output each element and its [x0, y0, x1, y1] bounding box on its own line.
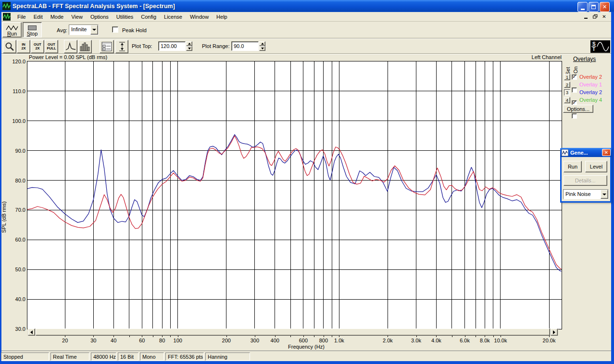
menu-bar: File Edit Mode View Options Utilities Co…: [1, 12, 611, 21]
generator-window-title: Gene...: [570, 150, 588, 156]
overlays-panel: Overlays Set On 1 Overlay 2 2 Overlay 1 …: [563, 55, 611, 115]
x-tick-label: 30: [79, 338, 108, 343]
chevron-down-icon: [602, 194, 606, 195]
spin-down-icon: [188, 48, 191, 49]
generator-level-label: Level: [590, 164, 602, 170]
bar-spectrum-button[interactable]: [78, 40, 92, 53]
scroll-right-button[interactable]: [551, 328, 558, 336]
options-dialog-icon: [101, 42, 112, 51]
overlay-label-2: Overlay 1: [579, 82, 602, 87]
zoom-in-2x-button[interactable]: IN 2X: [17, 40, 30, 53]
generator-window: Gene... ✕ Run Level Details... Pink Nois…: [560, 148, 612, 203]
maximize-icon: [591, 5, 596, 9]
child-minimize-button[interactable]: [582, 13, 590, 20]
overlay-set-button-4[interactable]: 4: [564, 97, 570, 103]
plot-top-input[interactable]: 120.00: [158, 41, 186, 51]
generator-run-button[interactable]: Run: [564, 161, 582, 172]
x-tick-label: 400: [261, 338, 289, 343]
menu-view[interactable]: View: [67, 13, 87, 21]
stop-button[interactable]: Stop: [23, 22, 42, 37]
display-options-button[interactable]: [100, 40, 114, 53]
x-tick-label: 300: [240, 338, 269, 343]
generator-level-button[interactable]: Level: [585, 161, 607, 172]
avg-value: Infinite: [69, 25, 90, 35]
generator-signal-select[interactable]: Pink Noise: [563, 189, 609, 199]
overlay-set-button-3[interactable]: 3: [564, 89, 570, 96]
child-restore-button[interactable]: [591, 13, 599, 20]
run-button-label: Run: [7, 31, 17, 36]
menu-license[interactable]: License: [160, 13, 186, 21]
y-tick-label: 100.0: [3, 118, 25, 124]
x-axis-title: Frequency (Hz): [258, 344, 354, 350]
menu-mode[interactable]: Mode: [47, 13, 68, 21]
menu-window[interactable]: Window: [186, 13, 213, 21]
generator-signal-value: Pink Noise: [564, 190, 601, 199]
child-close-button[interactable]: ✕: [600, 13, 608, 20]
window-border-bottom: [0, 361, 614, 364]
power-level-readout: Power Level = 0.00 SPL (dB rms): [29, 54, 107, 60]
avg-dropdown-button[interactable]: [90, 25, 98, 35]
window-border-left: [0, 12, 1, 364]
waveform-icon: [5, 24, 19, 31]
plot-range-spinner[interactable]: [259, 41, 265, 51]
signal-generator-shortcut[interactable]: S T: [590, 40, 610, 53]
overlays-set-label: Set: [565, 61, 571, 75]
overlay-on-checkbox-2[interactable]: [572, 87, 577, 93]
generator-title-bar[interactable]: Gene... ✕: [560, 148, 612, 157]
run-button[interactable]: Run: [2, 22, 22, 37]
h-scrollbar[interactable]: [27, 328, 558, 336]
spin-up-icon: [261, 43, 264, 45]
close-button[interactable]: ✕: [600, 2, 610, 12]
menu-file[interactable]: File: [13, 13, 30, 21]
spin-up-icon: [188, 43, 191, 45]
chart-area: Power Level = 0.00 SPL (dB rms) Left Cha…: [0, 0, 614, 364]
spin-down-icon: [261, 48, 264, 49]
close-icon: ✕: [602, 4, 607, 10]
zoom-out-2x-button[interactable]: OUT 2X: [31, 40, 44, 53]
arrow-left-icon: [30, 330, 33, 334]
plot-range-spin-up[interactable]: [259, 41, 265, 46]
vertical-range-icon: [118, 41, 126, 52]
menu-help[interactable]: Help: [213, 13, 231, 21]
status-sample-rate: 48000 Hz: [91, 352, 116, 361]
generator-run-label: Run: [568, 164, 577, 170]
generator-signal-dropdown-button[interactable]: [601, 190, 608, 199]
minimize-button[interactable]: [577, 2, 588, 12]
status-window-function: Hanning: [205, 352, 250, 361]
peak-hold-checkbox[interactable]: [112, 26, 118, 33]
toolbar-separator-light: [1, 38, 611, 39]
plot-frame: [27, 61, 562, 329]
amplitude-range-button[interactable]: [115, 40, 128, 53]
plot-top-spin-down[interactable]: [186, 46, 192, 51]
avg-select[interactable]: Infinite: [69, 24, 99, 35]
menu-utilities[interactable]: Utilities: [113, 13, 137, 21]
plot-top-spin-up[interactable]: [186, 41, 192, 46]
zoom-out-full-button[interactable]: OUT FULL: [45, 40, 58, 53]
overlay-on-checkbox-4[interactable]: [572, 113, 577, 119]
generator-details-button[interactable]: Details...: [564, 175, 607, 186]
svg-text:S: S: [592, 41, 596, 47]
zoom-button[interactable]: [3, 40, 16, 53]
toolbar2-separator-light: [1, 54, 611, 54]
plot-top-spinner[interactable]: [186, 41, 192, 51]
overlay-set-button-2[interactable]: 2: [564, 82, 570, 88]
maximize-button[interactable]: [589, 2, 599, 12]
generator-close-button[interactable]: ✕: [602, 149, 611, 156]
overlay-label-3: Overlay 2: [579, 89, 602, 95]
close-icon: ✕: [604, 150, 608, 155]
scrollbar-thumb[interactable]: [36, 328, 550, 336]
menu-edit[interactable]: Edit: [30, 13, 47, 21]
y-tick-label: 90.0: [3, 148, 25, 154]
scroll-left-button[interactable]: [28, 328, 35, 336]
line-spectrum-button[interactable]: [64, 40, 77, 53]
menu-config[interactable]: Config: [137, 13, 160, 21]
plot-range-spin-down[interactable]: [259, 46, 265, 51]
overlay-set-button-1[interactable]: 1: [564, 74, 570, 80]
overlays-options-button[interactable]: Options...: [563, 105, 593, 113]
peak-curve-icon: [65, 42, 76, 51]
overlay-on-checkbox-1[interactable]: [572, 74, 577, 80]
y-tick-label: 120.0: [3, 59, 25, 64]
channel-label: Left Channel: [500, 54, 562, 60]
menu-options[interactable]: Options: [87, 13, 113, 21]
plot-range-input[interactable]: 90.0: [231, 41, 259, 51]
